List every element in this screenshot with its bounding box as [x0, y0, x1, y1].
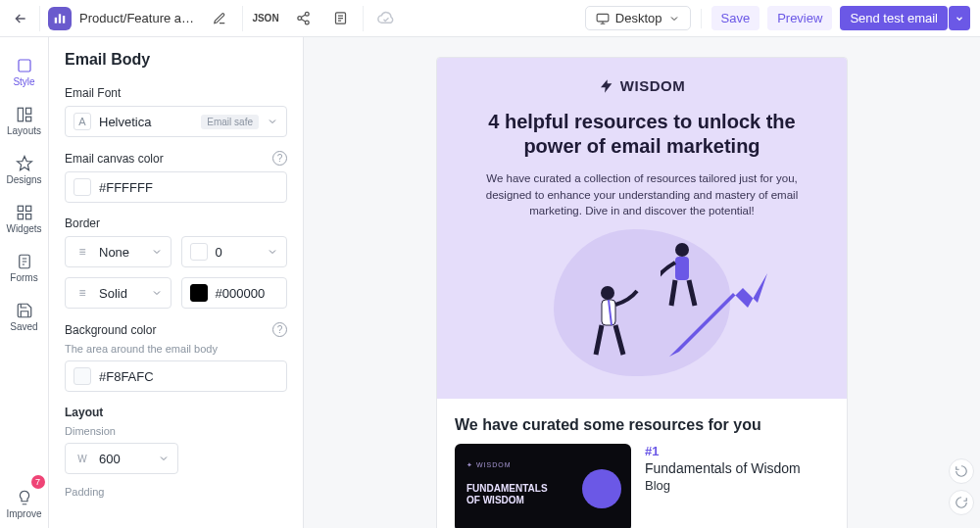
rename-button[interactable] — [205, 4, 234, 33]
border-color-swatch — [190, 284, 208, 302]
rail: Style Layouts Designs Widgets Forms Save… — [0, 37, 49, 528]
email-section: We have curated some resources for you ✦… — [437, 399, 847, 528]
svg-point-19 — [675, 243, 689, 257]
color-swatch — [74, 178, 91, 196]
help-icon[interactable]: ? — [272, 322, 287, 337]
chevron-down-icon — [267, 246, 278, 258]
border-style2-icon: ≡ — [74, 286, 91, 300]
device-select[interactable]: Desktop — [585, 6, 691, 30]
email-hero: WISDOM 4 helpful resources to unlock the… — [437, 58, 847, 399]
save-button[interactable]: Save — [711, 6, 760, 30]
label-dimension: Dimension — [65, 425, 287, 437]
width-icon: W — [74, 454, 91, 464]
svg-rect-11 — [25, 117, 30, 121]
border-style2-select[interactable]: ≡ Solid — [65, 277, 172, 309]
float-actions: ? — [949, 458, 974, 528]
separator — [701, 9, 702, 28]
rail-designs[interactable]: Designs — [0, 145, 49, 194]
rail-improve[interactable]: Improve — [0, 479, 49, 528]
svg-point-5 — [305, 21, 309, 24]
font-glyph-icon: A — [74, 113, 91, 130]
send-test-button[interactable]: Send test email — [840, 6, 948, 30]
back-button[interactable] — [10, 8, 31, 29]
dimension-select[interactable]: W 600 — [65, 443, 178, 474]
label-canvas-color: Email canvas color ? — [65, 151, 287, 166]
canvas-color-field[interactable]: #FFFFFF — [65, 171, 287, 203]
label-bg-color: Background color ? — [65, 322, 287, 337]
border-width-select[interactable]: 0 — [181, 236, 288, 267]
border-color-field[interactable]: #000000 — [181, 277, 288, 309]
chevron-down-icon — [267, 116, 278, 127]
undo-button[interactable] — [949, 458, 974, 484]
panel-title: Email Body — [65, 51, 287, 69]
preview-button[interactable]: Preview — [767, 6, 832, 30]
rail-saved[interactable]: Saved — [0, 292, 49, 341]
svg-rect-8 — [19, 60, 30, 72]
label-layout: Layout — [65, 406, 287, 419]
redo-button[interactable] — [949, 490, 974, 515]
section-title: We have curated some resources for you — [455, 416, 829, 434]
bg-color-field[interactable]: #F8FAFC — [65, 360, 287, 392]
canvas: WISDOM 4 helpful resources to unlock the… — [304, 37, 980, 528]
label-email-font: Email Font — [65, 86, 287, 100]
resource-type: Blog — [645, 478, 801, 493]
help-bg-color: The area around the email body — [65, 343, 287, 355]
rail-forms[interactable]: Forms — [0, 243, 49, 292]
card-brand: ✦ WISDOM — [466, 461, 619, 469]
svg-rect-1 — [59, 14, 61, 23]
hero-illustration — [465, 229, 819, 381]
rail-widgets[interactable]: Widgets — [0, 194, 49, 243]
rail-layouts[interactable]: Layouts — [0, 96, 49, 145]
svg-rect-12 — [18, 206, 23, 211]
svg-point-17 — [601, 286, 614, 300]
border-style-select[interactable]: ≡ None — [65, 236, 172, 267]
topbar: Product/Feature adopti… JSON Desktop Sav… — [0, 0, 980, 37]
border-width-icon — [190, 243, 208, 261]
svg-point-3 — [305, 12, 309, 16]
device-label: Desktop — [615, 11, 662, 25]
cloud-sync-icon[interactable] — [371, 4, 401, 33]
doc-title: Product/Feature adopti… — [79, 11, 197, 25]
notes-button[interactable] — [325, 4, 355, 33]
svg-point-4 — [297, 17, 301, 21]
main: Style Layouts Designs Widgets Forms Save… — [0, 37, 980, 528]
chevron-down-icon — [151, 246, 163, 258]
canvas-color-value: #FFFFFF — [99, 180, 153, 195]
app-icon — [48, 7, 72, 30]
email-preview[interactable]: WISDOM 4 helpful resources to unlock the… — [436, 57, 848, 528]
share-button[interactable] — [288, 4, 318, 33]
hero-subtitle: We have curated a collection of resource… — [465, 170, 819, 219]
resource-card[interactable]: ✦ WISDOM FUNDAMENTALS OF WISDOM — [455, 444, 631, 528]
bg-color-swatch — [74, 367, 91, 385]
email-safe-badge: Email safe — [201, 115, 259, 129]
rail-style[interactable]: Style — [0, 47, 49, 96]
label-padding: Padding — [65, 486, 287, 498]
email-font-value: Helvetica — [99, 115, 151, 129]
svg-rect-0 — [55, 17, 57, 23]
resource-name: Fundamentals of Wisdom — [645, 460, 801, 476]
resource-row: ✦ WISDOM FUNDAMENTALS OF WISDOM #1 Funda… — [455, 444, 829, 528]
resource-meta: #1 Fundamentals of Wisdom Blog — [645, 444, 801, 528]
separator — [363, 6, 364, 31]
email-logo: WISDOM — [465, 77, 819, 94]
label-border: Border — [65, 216, 287, 230]
svg-rect-9 — [18, 108, 23, 121]
help-icon[interactable]: ? — [272, 151, 287, 166]
svg-rect-13 — [25, 206, 30, 211]
hero-title: 4 helpful resources to unlock the power … — [465, 110, 819, 159]
email-font-select[interactable]: A Helvetica Email safe — [65, 106, 287, 137]
send-dropdown[interactable] — [949, 6, 970, 30]
border-style-icon: ≡ — [74, 245, 91, 259]
separator — [242, 6, 243, 31]
svg-rect-20 — [675, 257, 689, 280]
svg-rect-2 — [63, 16, 65, 24]
svg-rect-10 — [25, 108, 30, 114]
svg-rect-14 — [18, 214, 23, 218]
send-group: Send test email — [840, 6, 970, 30]
svg-rect-7 — [597, 14, 609, 22]
chevron-down-icon — [151, 287, 163, 299]
separator — [39, 6, 40, 31]
json-button[interactable]: JSON — [251, 4, 280, 33]
svg-rect-15 — [25, 214, 30, 218]
resource-tag: #1 — [645, 444, 801, 458]
